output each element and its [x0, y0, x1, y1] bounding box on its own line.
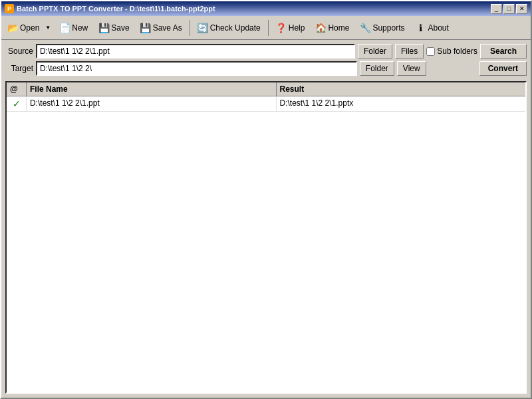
col-header-result: Result — [277, 82, 526, 96]
supports-icon: 🔧 — [360, 23, 370, 33]
target-view-button[interactable]: View — [397, 61, 426, 76]
supports-button[interactable]: 🔧 Supports — [355, 19, 409, 37]
source-label: Source — [5, 47, 33, 56]
minimize-button[interactable]: _ — [491, 4, 502, 14]
toolbar-separator-2 — [268, 20, 269, 36]
main-window: P Batch PPTX TO PPT Converter - D:\test\… — [0, 0, 532, 399]
new-icon: 📄 — [59, 23, 70, 33]
table-header: @ File Name Result — [7, 82, 525, 96]
toolbar-separator-1 — [190, 20, 190, 36]
open-button[interactable]: 📂 Open — [4, 19, 43, 37]
maximize-button[interactable]: □ — [503, 4, 515, 14]
new-button[interactable]: 📄 New — [55, 19, 92, 37]
source-files-button[interactable]: Files — [395, 44, 424, 59]
save-button[interactable]: 💾 Save — [94, 19, 134, 37]
help-button[interactable]: ❓ Help — [271, 19, 310, 37]
window-title: Batch PPTX TO PPT Converter - D:\test\1\… — [17, 5, 215, 13]
title-bar-left: P Batch PPTX TO PPT Converter - D:\test\… — [5, 4, 215, 13]
table-row[interactable]: ✓ D:\test\1 1\2 2\1.ppt D:\test\1 1\2 2\… — [7, 96, 525, 112]
toolbar: 📂 Open ▼ 📄 New 💾 Save 💾 Save As 🔄 Check … — [1, 16, 531, 40]
target-row: Target Folder View Convert — [1, 61, 531, 76]
open-dropdown-button[interactable]: ▼ — [43, 19, 53, 37]
help-icon: ❓ — [276, 23, 287, 33]
row-filename: D:\test\1 1\2 2\1.ppt — [27, 96, 277, 111]
target-folder-button[interactable]: Folder — [360, 61, 394, 76]
home-icon: 🏠 — [315, 23, 326, 33]
col-header-filename: File Name — [27, 82, 277, 96]
save-as-icon: 💾 — [140, 23, 151, 33]
row-result: D:\test\1 1\2 2\1.pptx — [277, 96, 526, 111]
title-bar-controls: _ □ ✕ — [491, 4, 527, 14]
file-table: @ File Name Result ✓ D:\test\1 1\2 2\1.p… — [5, 81, 527, 394]
source-row: Source Folder Files Sub folders Search — [1, 44, 531, 59]
subfolders-checkbox[interactable] — [426, 47, 435, 56]
open-icon: 📂 — [7, 23, 18, 33]
check-update-button[interactable]: 🔄 Check Update — [193, 19, 265, 37]
target-input[interactable] — [36, 61, 357, 76]
subfolders-label: Sub folders — [426, 47, 477, 56]
about-button[interactable]: ℹ About — [410, 19, 453, 37]
source-input[interactable] — [36, 44, 355, 59]
table-body: ✓ D:\test\1 1\2 2\1.ppt D:\test\1 1\2 2\… — [7, 96, 525, 112]
col-header-at: @ — [7, 82, 27, 96]
check-update-icon: 🔄 — [198, 23, 208, 33]
target-label: Target — [5, 64, 33, 73]
about-icon: ℹ — [415, 23, 426, 33]
row-status: ✓ — [7, 96, 27, 111]
open-button-group: 📂 Open ▼ — [4, 19, 53, 37]
save-as-button[interactable]: 💾 Save As — [136, 19, 187, 37]
app-icon: P — [5, 4, 14, 13]
source-folder-button[interactable]: Folder — [358, 44, 392, 59]
convert-button[interactable]: Convert — [479, 61, 527, 76]
title-bar: P Batch PPTX TO PPT Converter - D:\test\… — [1, 1, 531, 16]
home-button[interactable]: 🏠 Home — [311, 19, 354, 37]
close-button[interactable]: ✕ — [516, 4, 527, 14]
save-icon: 💾 — [98, 23, 109, 33]
search-button[interactable]: Search — [480, 44, 527, 59]
